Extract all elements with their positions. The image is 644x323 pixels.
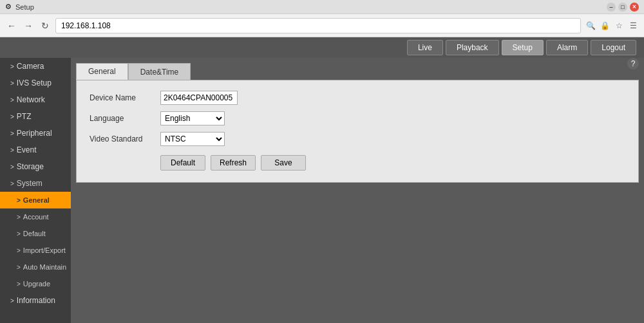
sidebar-label-ptz: PTZ [17,112,32,121]
form-buttons: Default Refresh Save [160,155,625,171]
zoom-icon[interactable]: 🔍 [585,20,596,32]
sidebar-label-system: System [17,179,43,188]
account-arrow-icon: > [17,214,21,221]
network-arrow-icon: > [10,97,14,104]
setup-button[interactable]: Setup [502,40,544,55]
sidebar-label-importexport: Import/Export [23,246,66,254]
default-arrow-icon: > [17,230,21,237]
refresh-button[interactable]: Refresh [211,155,256,171]
language-row: Language English Chinese French Spanish [90,111,625,125]
peripheral-arrow-icon: > [10,130,14,137]
sidebar-item-import-export[interactable]: > Import/Export [0,242,71,259]
system-arrow-icon: > [10,180,14,187]
sidebar-label-ivs: IVS Setup [17,78,52,88]
sidebar-label-storage: Storage [17,162,44,171]
video-standard-label: Video Standard [90,134,160,143]
sidebar-item-general[interactable]: > General [0,192,71,208]
address-input[interactable] [55,18,581,33]
security-icon[interactable]: 🔒 [599,20,611,32]
sidebar-label-default: Default [23,230,46,237]
general-form-panel: Device Name Language English Chinese Fre… [76,80,639,183]
storage-arrow-icon: > [10,163,14,171]
sidebar-item-account[interactable]: > Account [0,208,71,225]
save-button[interactable]: Save [261,155,306,171]
menu-icon[interactable]: ☰ [627,20,639,32]
setup-icon: ⚙ [5,3,12,11]
sidebar-item-event[interactable]: > Event [0,142,71,158]
sidebar-label-information: Information [17,296,55,305]
sidebar-item-peripheral[interactable]: > Peripheral [0,125,71,142]
tab-bar: General Date&Time [76,63,639,80]
window-controls: – □ × [607,3,639,12]
video-standard-row: Video Standard NTSC PAL [90,132,625,146]
device-name-row: Device Name [90,91,625,105]
upgrade-arrow-icon: > [17,281,21,288]
language-label: Language [90,114,160,123]
address-bar-icons: 🔍 🔒 ☆ ☰ [585,20,639,32]
sidebar-label-event: Event [17,145,37,154]
refresh-button[interactable]: ↻ [39,19,52,32]
ptz-arrow-icon: > [10,113,14,120]
maximize-button[interactable]: □ [618,3,627,12]
language-select[interactable]: English Chinese French Spanish [160,111,225,125]
sidebar-item-ivs-setup[interactable]: > IVS Setup [0,75,71,91]
forward-button[interactable]: → [22,19,35,32]
importexport-arrow-icon: > [17,247,21,254]
sidebar-label-account: Account [23,213,49,221]
device-name-label: Device Name [90,93,160,102]
information-arrow-icon: > [10,297,14,304]
video-standard-select[interactable]: NTSC PAL [160,132,225,146]
tab-datetime[interactable]: Date&Time [128,63,191,80]
sidebar-item-auto-maintain[interactable]: > Auto Maintain [0,259,71,275]
back-button[interactable]: ← [5,19,18,32]
window-title: Setup [15,3,607,11]
event-arrow-icon: > [10,147,14,154]
star-icon[interactable]: ☆ [613,20,625,32]
sidebar-label-automaintain: Auto Maintain [23,263,66,271]
default-button[interactable]: Default [160,155,205,171]
live-button[interactable]: Live [407,40,443,55]
sidebar-label-peripheral: Peripheral [17,129,52,138]
sidebar-item-ptz[interactable]: > PTZ [0,108,71,125]
sidebar: > Camera > IVS Setup > Network > PTZ > P… [0,58,71,323]
logout-button[interactable]: Logout [591,40,636,55]
minimize-button[interactable]: – [607,3,616,12]
sidebar-item-information[interactable]: > Information [0,292,71,309]
sidebar-label-upgrade: Upgrade [23,280,50,288]
address-bar: ← → ↻ 🔍 🔒 ☆ ☰ [0,14,644,37]
sidebar-label-general: General [23,196,50,204]
close-button[interactable]: × [630,3,639,12]
sidebar-item-camera[interactable]: > Camera [0,58,71,75]
camera-arrow-icon: > [10,63,14,70]
sidebar-item-system[interactable]: > System [0,175,71,192]
sidebar-item-default[interactable]: > Default [0,225,71,242]
tab-general[interactable]: General [76,63,128,80]
top-navigation: Live Playback Setup Alarm Logout [0,37,644,58]
sidebar-item-storage[interactable]: > Storage [0,158,71,175]
device-name-input[interactable] [160,91,238,105]
sidebar-item-network[interactable]: > Network [0,91,71,108]
help-icon[interactable]: ? [627,58,639,69]
sidebar-label-network: Network [17,95,45,104]
ivs-arrow-icon: > [10,80,14,87]
playback-button[interactable]: Playback [446,40,499,55]
title-bar: ⚙ Setup – □ × [0,0,644,14]
general-arrow-icon: > [17,197,21,204]
sidebar-label-camera: Camera [17,62,44,71]
content-area: General Date&Time Device Name Language E… [71,58,644,323]
sidebar-item-upgrade[interactable]: > Upgrade [0,275,71,292]
alarm-button[interactable]: Alarm [546,40,588,55]
automaintain-arrow-icon: > [17,264,21,271]
main-layout: > Camera > IVS Setup > Network > PTZ > P… [0,58,644,323]
